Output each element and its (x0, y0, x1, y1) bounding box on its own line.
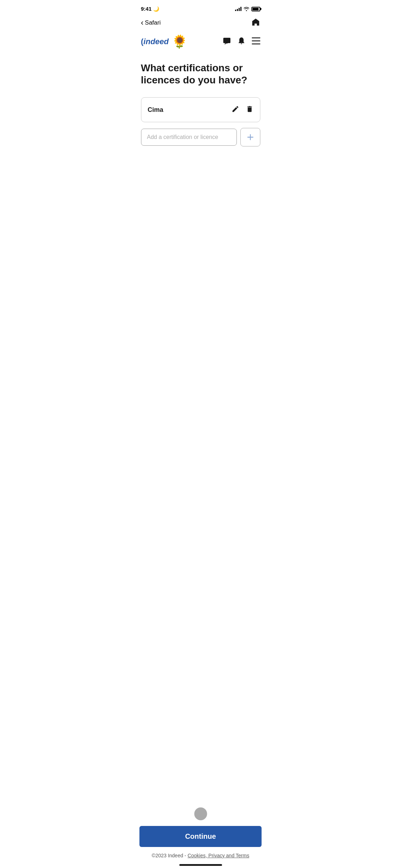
logo-area: (indeed 🌻 (141, 34, 188, 49)
svg-rect-1 (252, 37, 260, 38)
app-header: (indeed 🌻 (134, 31, 267, 55)
trash-icon (246, 105, 254, 113)
back-arrow-icon: ‹ (141, 18, 144, 27)
certification-card: Cima (141, 97, 260, 122)
plus-icon (246, 133, 254, 141)
nav-bar: ‹ Safari (134, 16, 267, 31)
sunflower-icon: 🌻 (172, 34, 188, 49)
add-certification-row (141, 128, 260, 146)
signal-icon (235, 7, 241, 11)
svg-rect-0 (223, 38, 230, 43)
wifi-icon (244, 7, 249, 11)
bell-icon (238, 37, 245, 45)
status-time: 9:41 (141, 6, 152, 12)
delete-button[interactable] (246, 105, 254, 115)
add-certification-button[interactable] (240, 128, 260, 146)
cert-actions (231, 105, 254, 115)
message-icon (223, 37, 231, 45)
header-icons (223, 37, 260, 47)
page-title: What certifications or licences do you h… (141, 62, 260, 86)
message-button[interactable] (223, 37, 231, 47)
hamburger-icon (252, 37, 260, 45)
status-bar: 9:41 🌙 (134, 0, 267, 16)
svg-rect-3 (252, 43, 260, 45)
status-time-area: 9:41 🌙 (141, 6, 159, 12)
main-content: What certifications or licences do you h… (134, 55, 267, 211)
home-icon (251, 17, 260, 27)
back-button[interactable]: ‹ Safari (141, 18, 161, 27)
edit-icon (231, 105, 239, 113)
back-label: Safari (145, 19, 161, 26)
menu-button[interactable] (252, 37, 260, 46)
battery-icon (251, 7, 260, 11)
cert-name: Cima (148, 106, 163, 114)
notification-button[interactable] (238, 37, 245, 47)
indeed-logo: (indeed (141, 37, 169, 46)
status-icons (235, 7, 260, 11)
moon-icon: 🌙 (153, 6, 159, 12)
edit-button[interactable] (231, 105, 239, 114)
home-button[interactable] (251, 17, 260, 28)
svg-rect-2 (252, 41, 260, 42)
add-certification-input[interactable] (141, 129, 237, 146)
